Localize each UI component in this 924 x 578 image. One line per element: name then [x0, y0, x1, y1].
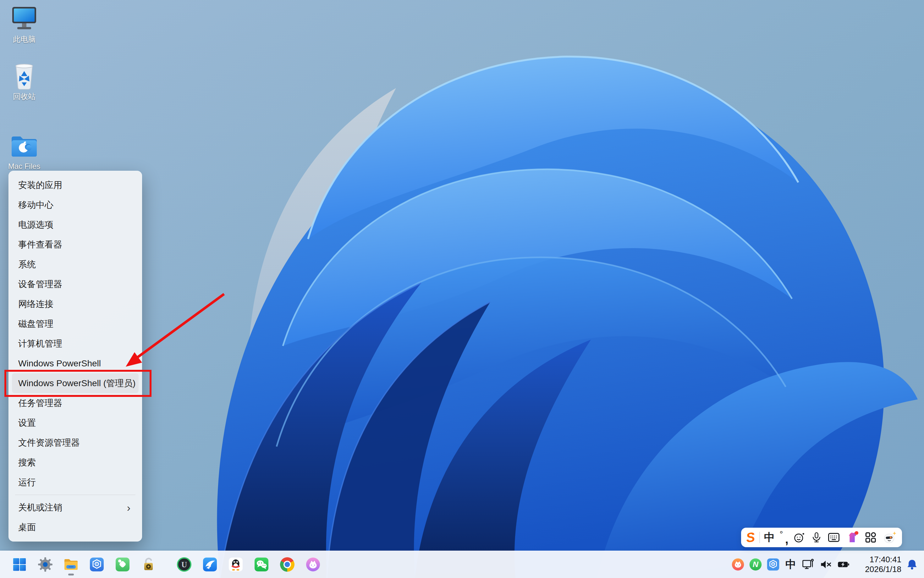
tray-notification-bell[interactable]	[905, 558, 919, 572]
this-pc-icon	[9, 5, 39, 33]
wing-icon	[202, 557, 217, 572]
ime-divider	[759, 532, 760, 543]
menu-item-settings[interactable]: 设置	[12, 413, 139, 433]
taskbar-green-plugin-app[interactable]	[114, 556, 131, 573]
tray-battery-charging[interactable]	[837, 558, 850, 572]
tray-green-n-app[interactable]: N	[749, 558, 762, 572]
menu-separator	[15, 495, 136, 495]
taskbar-gold-lock-app[interactable]	[140, 556, 157, 573]
start-button[interactable]	[11, 556, 28, 573]
taskbar-file-explorer-button[interactable]	[63, 556, 79, 573]
menu-item-shutdown-signout[interactable]: 关机或注销 ›	[12, 497, 139, 517]
chrome-icon	[280, 557, 295, 572]
annotation-red-box	[5, 370, 152, 397]
ime-voice-button[interactable]	[810, 531, 823, 544]
tray-orange-cat-app[interactable]	[731, 558, 745, 572]
menu-item-run[interactable]: 运行	[12, 472, 139, 492]
windows-logo-icon	[12, 557, 27, 572]
apps-grid-icon	[864, 531, 877, 544]
recycle-bin-icon	[9, 62, 39, 91]
menu-item-power-options[interactable]: 电源选项	[12, 215, 139, 235]
battery-bolt-icon	[837, 558, 850, 572]
sogou-logo-icon[interactable]: S	[746, 529, 756, 546]
orange-cat-icon	[731, 558, 745, 572]
menu-item-search[interactable]: 搜索	[12, 453, 139, 472]
bell-icon	[905, 558, 919, 571]
svg-text:N: N	[753, 560, 759, 568]
desktop-icon-label: 回收站	[6, 93, 43, 101]
keyboard-icon	[827, 531, 841, 544]
mac-files-folder-icon	[9, 132, 39, 161]
tray-pen-display-icon[interactable]	[801, 558, 815, 572]
menu-item-computer-management[interactable]: 计算机管理	[12, 334, 139, 354]
chinese-mode-glyph: 中	[785, 557, 796, 572]
tray-time: 17:40:41	[854, 555, 901, 565]
wechat-bubbles-icon	[254, 557, 269, 572]
tray-date: 2026/1/18	[854, 565, 901, 574]
ime-skin-button[interactable]	[845, 530, 859, 545]
menu-item-disk-management[interactable]: 磁盘管理	[12, 314, 139, 334]
tray-blue-hex-gear-app[interactable]	[766, 558, 780, 572]
ime-mascot-button[interactable]	[882, 530, 897, 545]
padlock-gear-icon	[141, 557, 156, 572]
taskbar-settings-button[interactable]	[37, 556, 53, 573]
hexagon-gear-icon	[89, 557, 104, 572]
shirt-icon	[845, 530, 859, 545]
speaker-muted-icon	[819, 558, 833, 572]
ime-chinese-mode-button[interactable]: 中	[764, 530, 775, 545]
desktop-icon-label: 此电脑	[6, 35, 43, 44]
mascot-icon	[882, 530, 897, 545]
microphone-icon	[810, 531, 823, 544]
taskbar-uninstaller-u-app[interactable]: U	[176, 556, 193, 573]
desktop-icon-this-pc[interactable]: 此电脑	[6, 5, 43, 44]
ime-keyboard-button[interactable]	[827, 531, 841, 544]
pink-cat-icon	[306, 557, 320, 572]
chevron-right-icon: ›	[127, 502, 132, 513]
tray-input-mode-indicator[interactable]: 中	[784, 558, 798, 572]
desktop-icon-recycle-bin[interactable]: 回收站	[6, 62, 43, 101]
taskbar-blue-hex-gear-app[interactable]	[89, 556, 105, 573]
taskbar-dingtalk-app[interactable]	[202, 556, 218, 573]
taskbar-qq-app[interactable]	[228, 556, 244, 573]
menu-item-system[interactable]: 系统	[12, 255, 139, 274]
svg-text:U: U	[181, 560, 187, 569]
ime-toolbox-button[interactable]	[864, 531, 877, 544]
ime-punctuation-button[interactable]: ° ,	[779, 531, 788, 544]
menu-item-device-manager[interactable]: 设备管理器	[12, 274, 139, 294]
monitor-pen-icon	[801, 558, 815, 572]
qq-penguin-icon	[228, 557, 243, 572]
taskbar-wechat-app[interactable]	[253, 556, 270, 573]
winx-context-menu: 安装的应用 移动中心 电源选项 事件查看器 系统 设备管理器 网络连接	[8, 171, 142, 542]
menu-item-mobility-center[interactable]: 移动中心	[12, 195, 139, 215]
green-plugin-icon	[115, 557, 130, 572]
tray-clock[interactable]: 17:40:41 2026/1/18	[854, 555, 901, 574]
hexagon-gear-icon	[767, 558, 780, 571]
taskbar-pinned-apps: U	[11, 551, 321, 578]
running-indicator	[68, 573, 74, 575]
gear-icon	[38, 557, 53, 572]
taskbar-chrome-app[interactable]	[279, 556, 295, 573]
menu-item-event-viewer[interactable]: 事件查看器	[12, 235, 139, 255]
desktop-icon-mac-files[interactable]: Mac Files	[6, 132, 43, 170]
menu-item-desktop[interactable]: 桌面	[12, 517, 139, 537]
menu-item-network-connections[interactable]: 网络连接	[12, 294, 139, 314]
folder-icon	[63, 557, 79, 572]
taskbar-pink-cat-app[interactable]	[305, 556, 321, 573]
u-letter-icon: U	[176, 557, 192, 572]
n-letter-icon: N	[749, 558, 762, 572]
menu-item-installed-apps[interactable]: 安装的应用	[12, 175, 139, 195]
smiley-icon	[793, 531, 806, 544]
ime-emoji-button[interactable]	[793, 531, 806, 544]
desktop-icon-label: Mac Files	[6, 162, 43, 170]
system-tray: N 中	[731, 551, 924, 578]
menu-item-file-explorer[interactable]: 文件资源管理器	[12, 433, 139, 453]
tray-volume-muted[interactable]	[819, 558, 833, 572]
ime-toolbar: S 中 ° ,	[741, 528, 902, 547]
